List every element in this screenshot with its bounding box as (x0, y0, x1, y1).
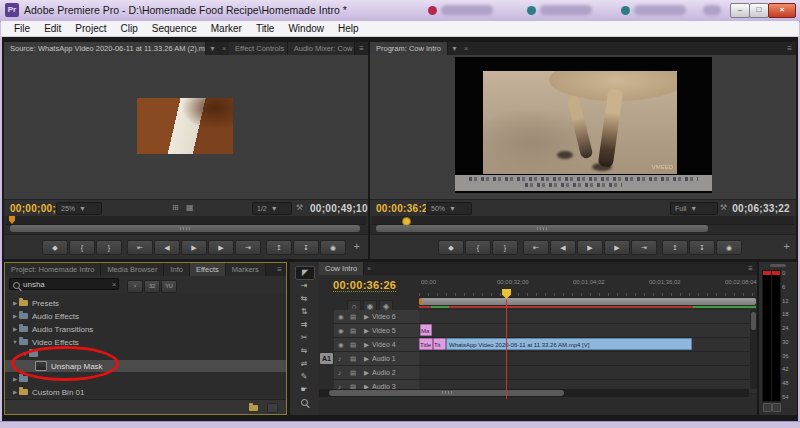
step-back-button[interactable]: ◀ (154, 240, 180, 255)
toggle-track-output-icon[interactable]: ◉ (338, 338, 344, 351)
go-to-out-button[interactable]: ⇥ (235, 240, 261, 255)
solo-right-button[interactable] (772, 403, 781, 412)
ripple-edit-tool[interactable]: ⇆ (295, 293, 313, 305)
razor-tool[interactable]: ✂ (295, 332, 313, 344)
menu-marker[interactable]: Marker (204, 23, 249, 34)
track-header[interactable]: ◉ ▤ ▶ Video 5 (334, 324, 419, 338)
track-lane[interactable]: Title Tit WhatsApp Video 2020-06-11 at 1… (419, 338, 757, 352)
settings-wrench-icon[interactable]: ⚒ (720, 203, 727, 212)
extract-button[interactable]: ↧ (689, 240, 715, 255)
work-area-bar[interactable] (419, 298, 756, 305)
hand-tool[interactable]: ☛ (295, 384, 313, 396)
tree-row-presets[interactable]: ▶ Presets (5, 297, 286, 309)
source-scrollbar[interactable] (10, 225, 360, 232)
search-input[interactable]: unsha × (9, 278, 119, 290)
tree-row-audio-transitions[interactable]: ▶ Audio Transitions (5, 323, 286, 335)
collapse-icon[interactable]: ▼ (11, 339, 19, 345)
safe-margins-icon[interactable]: ⊞ (172, 203, 179, 212)
timeline-timecode[interactable]: 00:00:36:26 (333, 279, 396, 292)
yuv-effects-filter[interactable]: YU (161, 280, 177, 293)
play-button[interactable]: ▶ (181, 240, 207, 255)
pen-tool[interactable]: ✎ (295, 371, 313, 383)
timeline-ruler[interactable]: 00;00 00;00;32;00 00;01;04;02 00;01;36;0… (419, 276, 756, 298)
set-display-style-icon[interactable]: ▤ (350, 338, 356, 351)
output-settings-icon[interactable]: ▦ (186, 203, 194, 212)
close-button[interactable]: × (768, 3, 796, 18)
panel-menu-icon[interactable]: ≡ (744, 262, 757, 275)
step-forward-button[interactable]: ▶ (208, 240, 234, 255)
panel-grab-handle[interactable] (770, 264, 786, 267)
zoom-tool[interactable] (295, 397, 313, 409)
button-editor-plus[interactable]: + (784, 240, 790, 253)
play-button[interactable]: ▶ (577, 240, 603, 255)
set-display-style-icon[interactable]: ▤ (350, 352, 356, 365)
menu-clip[interactable]: Clip (113, 23, 144, 34)
clip-title-2[interactable]: Tit (433, 338, 446, 350)
tab-effect-controls[interactable]: Effect Controls (229, 42, 288, 55)
slip-tool[interactable]: ⇋ (295, 345, 313, 357)
set-display-style-icon[interactable]: ▤ (350, 310, 356, 323)
work-area-start[interactable] (419, 298, 422, 305)
settings-wrench-icon[interactable]: ⚒ (296, 203, 303, 212)
sequence-tab-close-icon[interactable]: × (364, 262, 374, 275)
track-lane[interactable] (419, 366, 757, 380)
tree-row-custom-bin-01[interactable]: ▶ Custom Bin 01 (5, 386, 286, 395)
set-display-style-icon[interactable]: ▤ (350, 324, 356, 337)
slide-tool[interactable]: ⇌ (295, 358, 313, 370)
accelerated-effects-filter[interactable]: ⚡ (127, 280, 143, 293)
program-scrollbar[interactable] (376, 225, 708, 232)
panel-menu-icon[interactable]: ≡ (355, 42, 368, 55)
timeline-horizontal-scrollbar[interactable] (319, 389, 749, 397)
button-editor-plus[interactable]: + (354, 240, 360, 253)
mute-track-icon[interactable]: ♪ (338, 352, 341, 365)
expand-icon[interactable]: ▶ (11, 313, 19, 319)
track-select-tool[interactable]: ⇥ (295, 280, 313, 292)
overwrite-button[interactable]: ↧ (293, 240, 319, 255)
tab-audio-mixer[interactable]: Audio Mixer: Cow (288, 42, 356, 55)
expand-track-icon[interactable]: ▶ (364, 324, 369, 337)
tab-effects[interactable]: Effects (190, 263, 226, 276)
go-to-out-button[interactable]: ⇥ (631, 240, 657, 255)
tab-media-browser[interactable]: Media Browser (101, 263, 164, 276)
mark-in-button[interactable]: { (465, 240, 491, 255)
menu-title[interactable]: Title (249, 23, 282, 34)
source-zoom-select[interactable]: 25%▼ (56, 202, 102, 215)
32-bit-color-filter[interactable]: 32 (144, 280, 160, 293)
selection-tool[interactable]: ◤ (295, 266, 315, 280)
program-mini-timeline[interactable] (372, 216, 794, 225)
expand-icon[interactable]: ▶ (11, 300, 19, 306)
source-playhead[interactable] (9, 216, 15, 224)
expand-track-icon[interactable]: ▶ (364, 352, 369, 365)
track-header[interactable]: ◉ ▤ ▶ Video 6 (334, 310, 419, 324)
track-lane[interactable] (419, 310, 757, 324)
new-bin-icon[interactable] (249, 405, 258, 411)
add-marker-button[interactable]: ◆ (438, 240, 464, 255)
mark-out-button[interactable]: } (492, 240, 518, 255)
source-dropdown-icon[interactable]: ▼ (206, 42, 219, 55)
export-frame-button[interactable]: ◉ (716, 240, 742, 255)
tab-markers[interactable]: Markers (226, 263, 266, 276)
rolling-edit-tool[interactable]: ⇅ (295, 306, 313, 318)
panel-menu-icon[interactable]: ≡ (273, 263, 286, 276)
track-header[interactable]: ♪ ▤ ▶ Audio 1 (334, 352, 419, 366)
tab-program[interactable]: Program: Cow Intro (370, 42, 448, 55)
source-scrubber[interactable] (4, 216, 368, 234)
menu-edit[interactable]: Edit (37, 23, 68, 34)
scrollbar-thumb[interactable] (329, 390, 564, 396)
set-display-style-icon[interactable]: ▤ (350, 366, 356, 379)
solo-left-button[interactable] (763, 403, 772, 412)
expand-track-icon[interactable]: ▶ (364, 366, 369, 379)
timeline-vertical-scrollbar[interactable] (750, 310, 757, 389)
source-mini-timeline[interactable] (6, 216, 366, 225)
mark-out-button[interactable]: } (96, 240, 122, 255)
expand-track-icon[interactable]: ▶ (364, 338, 369, 351)
clip-title-mask[interactable]: Ma (420, 324, 432, 336)
expand-track-icon[interactable]: ▶ (364, 310, 369, 323)
source-tab-close-icon[interactable]: × (219, 42, 229, 55)
tab-sequence-cow-intro[interactable]: Cow Intro (319, 262, 364, 275)
track-header[interactable]: ◉ ▤ ▶ Video 4 (334, 338, 419, 352)
clip-whatsapp-video[interactable]: WhatsApp Video 2020-06-11 at 11.33.26 AM… (446, 338, 692, 350)
step-forward-button[interactable]: ▶ (604, 240, 630, 255)
export-frame-button[interactable]: ◉ (320, 240, 346, 255)
mute-track-icon[interactable]: ♪ (338, 366, 341, 379)
